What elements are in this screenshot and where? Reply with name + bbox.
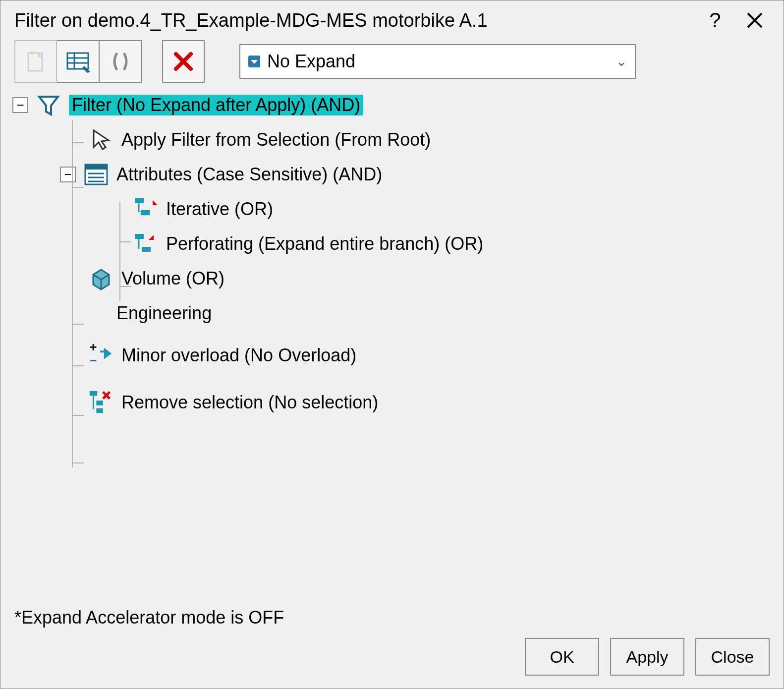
parentheses-icon	[107, 48, 134, 75]
titlebar: Filter on demo.4_TR_Example-MDG-MES moto…	[0, 0, 784, 40]
toolbar: ✦ No Expand	[0, 40, 784, 88]
overload-icon: + −	[87, 341, 115, 370]
svg-marker-32	[104, 348, 112, 359]
new-page-icon: ✦	[23, 49, 48, 74]
svg-marker-12	[39, 97, 58, 115]
tree-label-remove: Remove selection (No selection)	[121, 392, 378, 413]
ok-button[interactable]: OK	[525, 638, 599, 676]
expander-minus[interactable]: −	[60, 167, 76, 182]
cube-icon	[87, 264, 115, 293]
apply-button[interactable]: Apply	[610, 638, 684, 676]
svg-rect-35	[96, 401, 103, 405]
svg-marker-13	[94, 130, 109, 149]
funnel-icon	[34, 91, 63, 119]
svg-text:✦: ✦	[28, 49, 36, 58]
iterative-icon	[131, 195, 160, 224]
tree-node-iterative[interactable]: Iterative (OR)	[131, 192, 772, 227]
svg-rect-20	[141, 210, 150, 215]
filter-dialog: Filter on demo.4_TR_Example-MDG-MES moto…	[0, 0, 784, 689]
delete-x-icon	[172, 50, 195, 73]
remove-selection-icon	[87, 388, 115, 417]
tree-node-volume[interactable]: Volume (OR)	[87, 261, 772, 296]
table-icon	[64, 48, 91, 75]
tree-label-overload: Minor overload (No Overload)	[121, 345, 356, 366]
blank-icon	[87, 299, 115, 328]
tree-node-apply-from-selection[interactable]: Apply Filter from Selection (From Root)	[87, 122, 772, 157]
close-dialog-button[interactable]: Close	[695, 638, 770, 676]
tree-label-apply: Apply Filter from Selection (From Root)	[121, 129, 431, 150]
footer-note: *Expand Accelerator mode is OFF	[0, 604, 784, 638]
chevron-down-icon: ⌄	[616, 54, 627, 69]
button-bar: OK Apply Close	[0, 638, 784, 689]
combo-selected-text: No Expand	[267, 51, 609, 72]
options-button[interactable]	[100, 40, 142, 83]
tree-label-attributes: Attributes (Case Sensitive) (AND)	[116, 164, 382, 185]
svg-marker-22	[150, 197, 158, 205]
new-filter-button[interactable]: ✦	[14, 40, 57, 83]
tree-node-engineering[interactable]: Engineering	[87, 296, 772, 331]
tree-label-volume: Volume (OR)	[121, 268, 224, 289]
svg-rect-24	[142, 247, 151, 252]
svg-rect-36	[96, 408, 103, 413]
perforating-icon	[131, 230, 160, 258]
tree-node-attributes[interactable]: − Attributes (Case Sensitive) (AND)	[60, 157, 772, 192]
close-icon	[746, 11, 764, 29]
help-button[interactable]: ?	[700, 8, 730, 32]
attributes-icon	[82, 160, 111, 189]
close-button[interactable]	[740, 11, 770, 29]
table-view-button[interactable]	[57, 40, 100, 83]
svg-rect-15	[85, 165, 107, 170]
tree-label-iterative: Iterative (OR)	[166, 199, 273, 220]
svg-rect-23	[135, 234, 144, 239]
svg-rect-5	[67, 53, 88, 69]
tree-node-minor-overload[interactable]: + − Minor overload (No Overload)	[87, 331, 772, 380]
tree-node-filter-root[interactable]: − Filter (No Expand after Apply) (AND)	[12, 88, 772, 122]
filter-tree: − Filter (No Expand after Apply) (AND) A…	[0, 88, 784, 604]
tree-label-root: Filter (No Expand after Apply) (AND)	[69, 95, 363, 115]
delete-button[interactable]	[162, 40, 205, 83]
expander-minus[interactable]: −	[12, 97, 28, 113]
dialog-title: Filter on demo.4_TR_Example-MDG-MES moto…	[14, 10, 690, 31]
svg-text:+: +	[90, 341, 97, 354]
expand-mode-combo[interactable]: No Expand ⌄	[239, 44, 636, 79]
svg-marker-26	[149, 232, 157, 240]
combo-badge-icon	[248, 56, 260, 67]
tree-label-engineering: Engineering	[116, 303, 212, 324]
cursor-icon	[87, 125, 115, 154]
tree-node-perforating[interactable]: Perforating (Expand entire branch) (OR)	[131, 227, 772, 261]
tree-node-remove-selection[interactable]: Remove selection (No selection)	[87, 380, 772, 425]
svg-text:−: −	[90, 353, 97, 367]
svg-rect-33	[90, 391, 97, 396]
svg-rect-19	[135, 198, 144, 203]
tree-label-perforating: Perforating (Expand entire branch) (OR)	[166, 233, 483, 254]
